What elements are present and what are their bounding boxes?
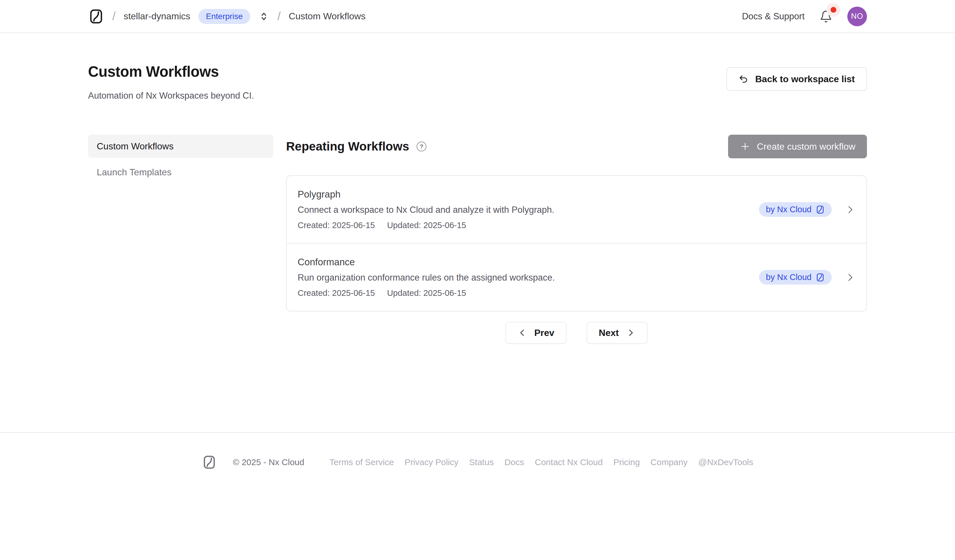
footer-link-docs[interactable]: Docs — [504, 457, 524, 467]
footer-link-terms[interactable]: Terms of Service — [329, 457, 394, 467]
footer-link-privacy[interactable]: Privacy Policy — [404, 457, 459, 467]
breadcrumb-org[interactable]: stellar-dynamics — [124, 11, 190, 22]
docs-support-link[interactable]: Docs & Support — [742, 11, 805, 22]
settings-side-nav: Custom Workflows Launch Templates — [88, 135, 273, 184]
back-button-label: Back to workspace list — [755, 74, 855, 84]
app-header: / stellar-dynamics Enterprise / Custom W… — [0, 0, 955, 33]
org-switcher-icon[interactable] — [258, 11, 269, 22]
badge-label: by Nx Cloud — [766, 205, 811, 214]
breadcrumb: / stellar-dynamics Enterprise / Custom W… — [88, 8, 365, 25]
chevron-left-icon — [518, 328, 527, 337]
footer-link-pricing[interactable]: Pricing — [614, 457, 640, 467]
breadcrumb-separator: / — [112, 10, 116, 23]
sidebar-item-label: Launch Templates — [97, 167, 172, 178]
footer-link-contact[interactable]: Contact Nx Cloud — [535, 457, 603, 467]
footer-link-status[interactable]: Status — [469, 457, 494, 467]
breadcrumb-separator: / — [277, 10, 280, 23]
notifications-button[interactable] — [820, 10, 832, 23]
copyright: © 2025 - Nx Cloud — [233, 457, 304, 467]
nx-logo-icon — [202, 455, 217, 470]
header-actions: Docs & Support NO — [742, 7, 867, 26]
return-arrow-icon — [739, 74, 749, 84]
back-to-workspace-list-button[interactable]: Back to workspace list — [726, 67, 867, 91]
footer: © 2025 - Nx Cloud Terms of Service Priva… — [0, 432, 955, 470]
workflow-updated: Updated: 2025-06-15 — [387, 221, 466, 230]
workflow-row-polygraph[interactable]: Polygraph Connect a workspace to Nx Clou… — [286, 176, 866, 243]
nx-logo-icon — [816, 273, 825, 282]
bell-icon — [820, 10, 832, 23]
workflow-name: Conformance — [297, 257, 555, 268]
avatar[interactable]: NO — [847, 7, 867, 26]
repeating-workflows-section: Repeating Workflows ? Create custom work… — [286, 135, 867, 344]
breadcrumb-page[interactable]: Custom Workflows — [289, 11, 365, 22]
workflow-row-conformance[interactable]: Conformance Run organization conformance… — [286, 243, 866, 311]
page-title: Custom Workflows — [88, 63, 254, 80]
workflow-created: Created: 2025-06-15 — [297, 221, 375, 230]
by-nx-cloud-badge[interactable]: by Nx Cloud — [759, 270, 832, 285]
footer-link-company[interactable]: Company — [650, 457, 687, 467]
sidebar-item-launch-templates[interactable]: Launch Templates — [88, 161, 273, 184]
workflow-list: Polygraph Connect a workspace to Nx Clou… — [286, 175, 867, 312]
by-nx-cloud-badge[interactable]: by Nx Cloud — [759, 202, 832, 217]
workflow-description: Connect a workspace to Nx Cloud and anal… — [297, 205, 554, 215]
workflow-description: Run organization conformance rules on th… — [297, 273, 555, 283]
pagination: Prev Next — [286, 322, 867, 344]
footer-links: Terms of Service Privacy Policy Status D… — [329, 457, 753, 467]
create-custom-workflow-button[interactable]: Create custom workflow — [728, 135, 867, 158]
next-button[interactable]: Next — [587, 322, 648, 344]
page-subtitle: Automation of Nx Workspaces beyond CI. — [88, 90, 254, 101]
plan-badge: Enterprise — [198, 9, 250, 24]
badge-label: by Nx Cloud — [766, 273, 811, 282]
notification-dot — [831, 7, 836, 13]
help-icon[interactable]: ? — [416, 142, 426, 151]
chevron-right-icon — [626, 328, 636, 337]
chevron-right-icon[interactable] — [845, 272, 855, 282]
chevron-right-icon[interactable] — [845, 204, 855, 215]
workflow-created: Created: 2025-06-15 — [297, 289, 375, 298]
workflow-updated: Updated: 2025-06-15 — [387, 289, 466, 298]
prev-label: Prev — [534, 328, 554, 338]
section-title: Repeating Workflows — [286, 140, 409, 153]
create-button-label: Create custom workflow — [757, 141, 855, 152]
sidebar-item-custom-workflows[interactable]: Custom Workflows — [88, 135, 273, 158]
sidebar-item-label: Custom Workflows — [97, 141, 174, 152]
workflow-name: Polygraph — [297, 189, 554, 200]
main-content: Custom Workflows Automation of Nx Worksp… — [88, 63, 867, 344]
nx-logo-icon — [816, 205, 825, 214]
footer-link-nxdevtools[interactable]: @NxDevTools — [698, 457, 753, 467]
next-label: Next — [599, 328, 619, 338]
nx-logo-icon[interactable] — [88, 8, 104, 25]
plus-icon — [740, 141, 751, 152]
prev-button[interactable]: Prev — [506, 322, 567, 344]
